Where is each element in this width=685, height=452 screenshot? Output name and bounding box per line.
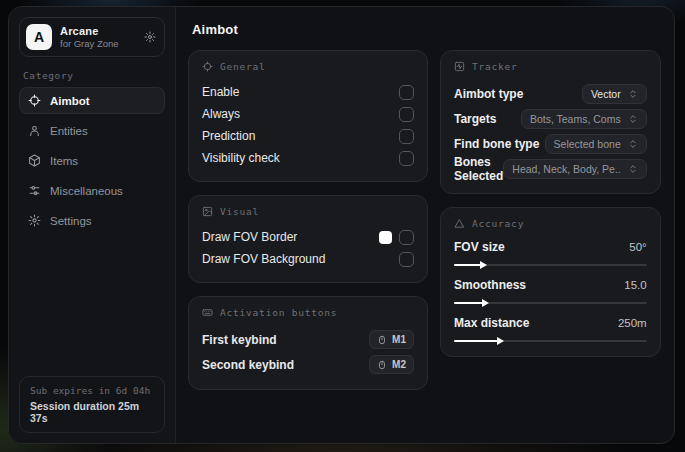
- select-value: Head, Neck, Body, Pe..: [512, 163, 620, 175]
- card-accuracy-header: Accuracy: [454, 218, 647, 229]
- sidebar-item-label: Aimbot: [50, 95, 90, 107]
- slider-thumb[interactable]: [497, 337, 504, 345]
- slider-row: Smoothness 15.0: [454, 276, 647, 304]
- fov-border-controls: [379, 230, 414, 245]
- image-icon: [202, 206, 213, 217]
- setting-row: Enable: [202, 81, 414, 103]
- main-content: Aimbot General Enable Al: [176, 7, 675, 443]
- mouse-icon: [377, 335, 387, 345]
- sidebar-item-settings[interactable]: Settings: [19, 207, 165, 234]
- card-title: Accuracy: [472, 218, 524, 229]
- setting-label: Max distance: [454, 316, 529, 330]
- subscription-info: Sub expires in 6d 04h Session duration 2…: [19, 376, 165, 433]
- setting-row: Bones Selected Head, Neck, Body, Pe..: [454, 156, 647, 181]
- setting-label: Prediction: [202, 129, 255, 143]
- keybind-value: M2: [392, 359, 406, 370]
- page-title: Aimbot: [192, 22, 661, 37]
- card-accuracy: Accuracy FOV size 50° Smoothness: [440, 207, 661, 357]
- card-title: Tracker: [472, 61, 518, 72]
- setting-label: Smoothness: [454, 278, 526, 292]
- chevrons-up-down-icon: [628, 89, 638, 99]
- slider-thumb[interactable]: [482, 299, 489, 307]
- setting-row: Prediction: [202, 125, 414, 147]
- sidebar-item-label: Settings: [50, 215, 92, 227]
- setting-row: Draw FOV Border: [202, 226, 414, 248]
- aimbot-type-select[interactable]: Vector: [582, 84, 647, 104]
- brand-name: Arcane: [60, 25, 119, 37]
- card-general-header: General: [202, 61, 414, 72]
- sidebar-item-aimbot[interactable]: Aimbot: [19, 87, 165, 114]
- setting-label: Targets: [454, 112, 496, 126]
- bones-selected-select[interactable]: Head, Neck, Body, Pe..: [503, 159, 646, 179]
- sidebar-item-label: Miscellaneous: [50, 185, 123, 197]
- setting-label: Draw FOV Border: [202, 230, 297, 244]
- select-value: Selected bone: [554, 138, 621, 150]
- brand-subtitle: for Gray Zone: [60, 38, 119, 49]
- always-checkbox[interactable]: [399, 107, 414, 122]
- sidebar-item-entities[interactable]: Entities: [19, 117, 165, 144]
- card-tracker-header: Tracker: [454, 61, 647, 72]
- card-title: Activation buttons: [220, 307, 337, 318]
- chevrons-up-down-icon: [628, 164, 638, 174]
- setting-row: Aimbot type Vector: [454, 81, 647, 106]
- setting-row: Targets Bots, Teams, Coms: [454, 106, 647, 131]
- setting-row: Second keybind M2: [202, 352, 414, 377]
- left-column: General Enable Always Prediction: [188, 50, 428, 390]
- crosshair-icon: [202, 61, 213, 72]
- setting-row: Find bone type Selected bone: [454, 131, 647, 156]
- setting-label: Enable: [202, 85, 239, 99]
- card-activation-header: Activation buttons: [202, 307, 414, 318]
- sub-expiry-text: Sub expires in 6d 04h: [30, 385, 154, 396]
- tracker-icon: [454, 61, 465, 72]
- brand-initial: A: [34, 29, 44, 45]
- right-column: Tracker Aimbot type Vector Targets: [440, 50, 661, 357]
- sidebar-item-items[interactable]: Items: [19, 147, 165, 174]
- fov-border-color-swatch[interactable]: [379, 231, 392, 244]
- draw-fov-background-checkbox[interactable]: [399, 252, 414, 267]
- setting-label: First keybind: [202, 333, 277, 347]
- brand-text: Arcane for Gray Zone: [60, 25, 119, 49]
- accuracy-icon: [454, 218, 465, 229]
- sidebar-item-label: Items: [50, 155, 78, 167]
- enable-checkbox[interactable]: [399, 85, 414, 100]
- slider-thumb[interactable]: [480, 261, 487, 269]
- setting-row: First keybind M1: [202, 327, 414, 352]
- visibility-check-checkbox[interactable]: [399, 151, 414, 166]
- setting-label: Find bone type: [454, 137, 539, 151]
- content-columns: General Enable Always Prediction: [188, 50, 661, 390]
- draw-fov-border-checkbox[interactable]: [399, 230, 414, 245]
- slider-value: 250m: [618, 317, 647, 329]
- sidebar-item-miscellaneous[interactable]: Miscellaneous: [19, 177, 165, 204]
- fov-size-slider[interactable]: [454, 264, 647, 266]
- find-bone-type-select[interactable]: Selected bone: [545, 134, 647, 154]
- brand-card: A Arcane for Gray Zone: [19, 17, 165, 57]
- slider-row: FOV size 50°: [454, 238, 647, 266]
- setting-label: Aimbot type: [454, 87, 523, 101]
- slider-row: Max distance 250m: [454, 314, 647, 342]
- card-activation-buttons: Activation buttons First keybind M1 Seco…: [188, 296, 428, 390]
- app-window: A Arcane for Gray Zone Category Aimbot: [8, 6, 675, 444]
- select-value: Vector: [591, 88, 621, 100]
- category-label: Category: [23, 70, 161, 81]
- prediction-checkbox[interactable]: [399, 129, 414, 144]
- setting-row: Visibility check: [202, 147, 414, 169]
- card-general: General Enable Always Prediction: [188, 50, 428, 182]
- smoothness-slider[interactable]: [454, 302, 647, 304]
- max-distance-slider[interactable]: [454, 340, 647, 342]
- second-keybind-button[interactable]: M2: [369, 355, 414, 374]
- select-value: Bots, Teams, Coms: [530, 113, 621, 125]
- first-keybind-button[interactable]: M1: [369, 330, 414, 349]
- targets-select[interactable]: Bots, Teams, Coms: [521, 109, 647, 129]
- sliders-icon: [28, 184, 41, 197]
- setting-label: Always: [202, 107, 240, 121]
- setting-label: FOV size: [454, 240, 505, 254]
- sidebar-item-label: Entities: [50, 125, 88, 137]
- sidebar: A Arcane for Gray Zone Category Aimbot: [9, 7, 176, 443]
- setting-label: Second keybind: [202, 358, 294, 372]
- session-duration-text: Session duration 25m 37s: [30, 400, 154, 424]
- chevrons-up-down-icon: [628, 139, 638, 149]
- card-title: General: [220, 61, 266, 72]
- gear-icon[interactable]: [144, 31, 156, 43]
- setting-label: Draw FOV Background: [202, 252, 325, 266]
- entities-icon: [28, 124, 41, 137]
